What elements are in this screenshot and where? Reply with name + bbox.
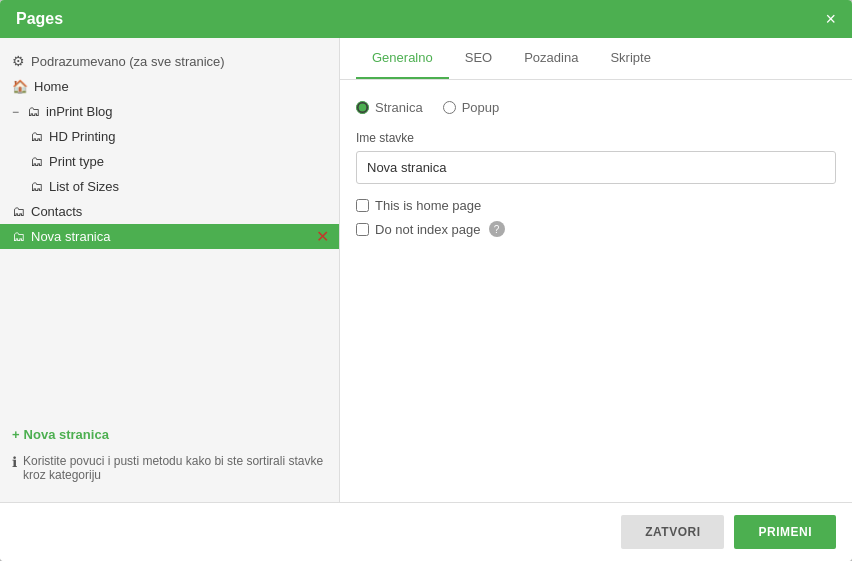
plus-icon: + — [12, 427, 20, 442]
home-icon: 🏠 — [12, 79, 28, 94]
radio-stranica-input[interactable] — [356, 101, 369, 114]
modal-header: Pages × — [0, 0, 852, 38]
folder-icon-blog: 🗂 — [27, 104, 40, 119]
tab-seo[interactable]: SEO — [449, 38, 508, 79]
sidebar-print-label: Print type — [49, 154, 104, 169]
modal-body: ⚙ Podrazumevano (za sve stranice) 🏠 Home… — [0, 38, 852, 502]
content-area: Generalno SEO Pozadina Skripte Stranica … — [340, 38, 852, 502]
help-text: ℹ Koristite povuci i pusti metodu kako b… — [12, 454, 327, 482]
tab-generalno[interactable]: Generalno — [356, 38, 449, 79]
sidebar-item-hd-printing[interactable]: 🗂 HD Printing — [0, 124, 339, 149]
folder-icon-sizes: 🗂 — [30, 179, 43, 194]
radio-stranica[interactable]: Stranica — [356, 100, 423, 115]
collapse-button[interactable]: − — [12, 105, 19, 119]
sidebar-item-contacts[interactable]: 🗂 Contacts — [0, 199, 339, 224]
add-new-button[interactable]: + Nova stranica — [12, 427, 327, 442]
delete-icon[interactable]: ✕ — [316, 227, 329, 246]
tab-skripte[interactable]: Skripte — [594, 38, 666, 79]
sidebar-item-home[interactable]: 🏠 Home — [0, 74, 339, 99]
sidebar-group-blog: − 🗂 inPrint Blog 🗂 HD Printing 🗂 Print t… — [0, 99, 339, 199]
help-question-icon[interactable]: ? — [489, 221, 505, 237]
radio-group: Stranica Popup — [356, 100, 836, 115]
checkbox-group: This is home page Do not index page ? — [356, 198, 836, 237]
sidebar-item-blog[interactable]: − 🗂 inPrint Blog — [0, 99, 339, 124]
sidebar-item-list-sizes[interactable]: 🗂 List of Sizes — [0, 174, 339, 199]
sidebar-settings-label: Podrazumevano (za sve stranice) — [31, 54, 225, 69]
pages-modal: Pages × ⚙ Podrazumevano (za sve stranice… — [0, 0, 852, 561]
sidebar-item-settings[interactable]: ⚙ Podrazumevano (za sve stranice) — [0, 48, 339, 74]
folder-icon-print: 🗂 — [30, 154, 43, 169]
radio-popup[interactable]: Popup — [443, 100, 500, 115]
field-label: Ime stavke — [356, 131, 836, 145]
sidebar-active-label: Nova stranica — [31, 229, 110, 244]
checkbox-no-index-input[interactable] — [356, 223, 369, 236]
checkbox-home-page[interactable]: This is home page — [356, 198, 836, 213]
modal-title: Pages — [16, 10, 63, 28]
add-new-label: Nova stranica — [24, 427, 109, 442]
radio-popup-input[interactable] — [443, 101, 456, 114]
sidebar: ⚙ Podrazumevano (za sve stranice) 🏠 Home… — [0, 38, 340, 502]
folder-icon-hd: 🗂 — [30, 129, 43, 144]
sidebar-hd-label: HD Printing — [49, 129, 115, 144]
sidebar-item-print-type[interactable]: 🗂 Print type — [0, 149, 339, 174]
cancel-button[interactable]: ZATVORI — [621, 515, 724, 549]
sidebar-home-label: Home — [34, 79, 69, 94]
sidebar-item-nova-stranica[interactable]: 🗂 Nova stranica ✕ — [0, 224, 339, 249]
tab-pozadina[interactable]: Pozadina — [508, 38, 594, 79]
sidebar-footer: + Nova stranica ℹ Koristite povuci i pus… — [0, 417, 339, 492]
gear-icon: ⚙ — [12, 53, 25, 69]
checkbox-no-index[interactable]: Do not index page ? — [356, 221, 836, 237]
name-input[interactable] — [356, 151, 836, 184]
help-text-content: Koristite povuci i pusti metodu kako bi … — [23, 454, 327, 482]
folder-icon-contacts: 🗂 — [12, 204, 25, 219]
folder-icon-active: 🗂 — [12, 229, 25, 244]
info-icon: ℹ — [12, 454, 17, 470]
radio-popup-label: Popup — [462, 100, 500, 115]
tabs-bar: Generalno SEO Pozadina Skripte — [340, 38, 852, 80]
sidebar-sizes-label: List of Sizes — [49, 179, 119, 194]
apply-button[interactable]: PRIMENI — [734, 515, 836, 549]
modal-footer: ZATVORI PRIMENI — [0, 502, 852, 561]
checkbox-home-label: This is home page — [375, 198, 481, 213]
close-button[interactable]: × — [825, 10, 836, 28]
radio-stranica-label: Stranica — [375, 100, 423, 115]
checkbox-no-index-label: Do not index page — [375, 222, 481, 237]
sidebar-blog-label: inPrint Blog — [46, 104, 112, 119]
checkbox-home-input[interactable] — [356, 199, 369, 212]
tab-content-generalno: Stranica Popup Ime stavke This is home p… — [340, 80, 852, 502]
sidebar-contacts-label: Contacts — [31, 204, 82, 219]
